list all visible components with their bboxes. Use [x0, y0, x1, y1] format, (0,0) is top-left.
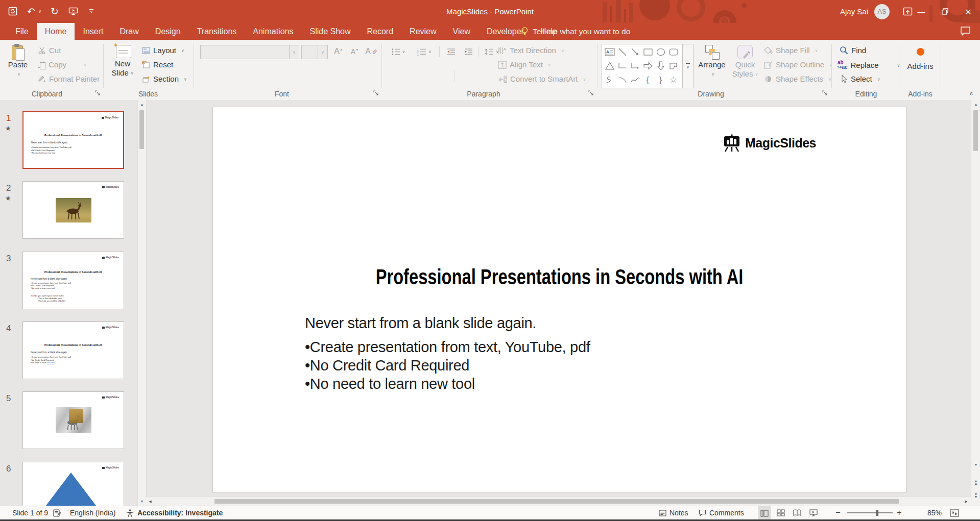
- cut-button[interactable]: Cut: [38, 46, 61, 55]
- align-text-button[interactable]: Align Text: [498, 60, 551, 69]
- restore-button[interactable]: [933, 0, 957, 23]
- reading-view-button[interactable]: [791, 506, 804, 519]
- scrollbar-thumb[interactable]: [139, 110, 144, 149]
- slide-sorter-view-button[interactable]: [774, 506, 787, 519]
- new-slide-button[interactable]: ✦ New Slide: [108, 44, 137, 78]
- shape-effects-button[interactable]: Shape Effects: [764, 75, 831, 83]
- canvas-vertical-scrollbar[interactable]: ▲ ▼ ▲▲ ▼▼: [971, 100, 980, 506]
- reset-button[interactable]: Reset: [142, 60, 173, 69]
- tab-review[interactable]: Review: [401, 23, 444, 40]
- bullets-button[interactable]: [387, 45, 410, 58]
- shape-left-brace-icon[interactable]: {: [641, 73, 654, 87]
- tab-draw[interactable]: Draw: [111, 23, 147, 40]
- paragraph-dialog-launcher[interactable]: [588, 90, 595, 97]
- grow-font-button[interactable]: A▴: [331, 45, 345, 58]
- quick-styles-button[interactable]: Quick Styles: [729, 45, 761, 79]
- notes-button[interactable]: Notes: [659, 506, 688, 519]
- shape-line-icon[interactable]: [616, 45, 629, 59]
- clipboard-dialog-launcher[interactable]: [95, 90, 102, 97]
- scrollbar-thumb[interactable]: [214, 499, 899, 504]
- font-name-combobox[interactable]: ∨: [200, 45, 299, 59]
- scrollbar-thumb[interactable]: [973, 110, 978, 151]
- zoom-slider[interactable]: [847, 512, 893, 513]
- shape-arc-icon[interactable]: [616, 73, 629, 87]
- shape-oval-icon[interactable]: [654, 45, 667, 59]
- tab-file[interactable]: File: [7, 23, 37, 40]
- slide-thumbnail-6[interactable]: MagicSlides: [22, 462, 124, 506]
- paste-button[interactable]: Paste: [5, 44, 31, 79]
- shape-scribble-icon[interactable]: [603, 73, 616, 87]
- text-direction-button[interactable]: A Text Direction: [498, 46, 564, 55]
- undo-icon[interactable]: ↶: [26, 6, 37, 17]
- comments-button[interactable]: Comments: [699, 506, 744, 519]
- zoom-slider-thumb[interactable]: [876, 510, 878, 516]
- scroll-up-icon[interactable]: ▲: [971, 100, 980, 109]
- collapse-ribbon-icon[interactable]: ∧: [969, 90, 973, 96]
- slide-title[interactable]: Professional Presentations in Seconds wi…: [213, 264, 906, 289]
- shape-elbow-connector-icon[interactable]: [616, 59, 629, 72]
- tab-view[interactable]: View: [445, 23, 479, 40]
- shrink-font-button[interactable]: A▾: [347, 45, 362, 58]
- canvas-horizontal-scrollbar[interactable]: ◀ ▶: [146, 497, 971, 506]
- scroll-down-icon[interactable]: ▼: [971, 460, 980, 469]
- increase-indent-button[interactable]: [461, 45, 476, 58]
- add-ins-button[interactable]: Add-ins: [905, 44, 936, 71]
- slide-show-view-button[interactable]: [807, 506, 820, 519]
- select-button[interactable]: Select: [841, 75, 880, 83]
- slide-thumbnail-5[interactable]: MagicSlides: [22, 391, 124, 449]
- shape-fill-button[interactable]: Shape Fill: [764, 46, 818, 55]
- thumbnail-panel-scrollbar[interactable]: ▲ ▼: [137, 100, 147, 506]
- slide-thumbnail-3[interactable]: MagicSlides Professional Presentations i…: [22, 252, 124, 309]
- avatar[interactable]: AS: [874, 4, 890, 19]
- shape-freeform-icon[interactable]: [667, 59, 680, 72]
- shape-down-arrow-icon[interactable]: [654, 59, 667, 72]
- section-button[interactable]: Section: [142, 75, 187, 83]
- shape-textbox-icon[interactable]: A: [603, 45, 616, 59]
- arrange-button[interactable]: Arrange: [697, 45, 727, 79]
- shape-outline-button[interactable]: Shape Outline: [764, 60, 832, 69]
- normal-view-button[interactable]: [758, 506, 771, 520]
- slide-bullet-list[interactable]: Create presentation from text, YouTube, …: [305, 338, 590, 393]
- shape-rounded-rectangle-icon[interactable]: [667, 45, 680, 59]
- slide-indicator[interactable]: Slide 1 of 9: [12, 506, 48, 519]
- decrease-indent-button[interactable]: [443, 45, 459, 58]
- font-size-dropdown-icon[interactable]: ∨: [318, 45, 327, 59]
- tab-slide-show[interactable]: Slide Show: [301, 23, 358, 40]
- slide-thumbnail-2[interactable]: MagicSlides: [22, 181, 124, 239]
- copy-button[interactable]: Copy: [38, 60, 87, 69]
- shape-elbow-arrow-connector-icon[interactable]: [629, 59, 641, 72]
- tab-insert[interactable]: Insert: [75, 23, 111, 40]
- drawing-dialog-launcher[interactable]: [822, 90, 829, 97]
- tab-home[interactable]: Home: [37, 23, 75, 40]
- scroll-up-icon[interactable]: ▲: [138, 100, 146, 109]
- slide-lead-text[interactable]: Never start from a blank slide again.: [305, 315, 536, 332]
- scroll-right-icon[interactable]: ▶: [962, 497, 971, 506]
- previous-slide-button[interactable]: ▲▲: [971, 478, 980, 486]
- comments-bubble-icon[interactable]: [960, 26, 971, 36]
- fit-slide-to-window-button[interactable]: [950, 506, 959, 519]
- zoom-out-button[interactable]: −: [835, 506, 841, 519]
- shapes-gallery-more-button[interactable]: ∨: [682, 44, 694, 88]
- start-slideshow-icon[interactable]: [67, 6, 79, 17]
- slide-thumbnail-1[interactable]: MagicSlides Professional Presentations i…: [22, 111, 124, 169]
- shape-right-brace-icon[interactable]: }: [654, 73, 667, 87]
- customize-qat-icon[interactable]: ∨: [86, 6, 97, 17]
- slide-canvas[interactable]: MagicSlides Professional Presentations i…: [212, 107, 906, 492]
- next-slide-button[interactable]: ▼▼: [971, 491, 980, 500]
- save-icon[interactable]: [7, 6, 18, 17]
- shape-curve-icon[interactable]: [629, 73, 641, 87]
- font-dialog-launcher[interactable]: [373, 90, 380, 97]
- minimize-button[interactable]: —: [910, 0, 933, 23]
- tell-me-search[interactable]: Tell me what you want to do: [521, 23, 630, 40]
- shape-rectangle-icon[interactable]: [641, 45, 654, 59]
- slide-thumbnail-4[interactable]: MagicSlides Professional Presentations i…: [22, 321, 124, 379]
- replace-button[interactable]: ab↪ac Replace: [838, 60, 900, 69]
- scroll-down-icon[interactable]: ▼: [138, 497, 146, 506]
- tab-design[interactable]: Design: [147, 23, 189, 40]
- tab-animations[interactable]: Animations: [245, 23, 301, 40]
- undo-dropdown-icon[interactable]: ∨: [38, 6, 42, 17]
- shape-arrow-icon[interactable]: [629, 45, 641, 59]
- font-name-dropdown-icon[interactable]: ∨: [289, 45, 299, 59]
- scroll-left-icon[interactable]: ◀: [146, 497, 155, 506]
- spell-check-button[interactable]: [53, 506, 62, 519]
